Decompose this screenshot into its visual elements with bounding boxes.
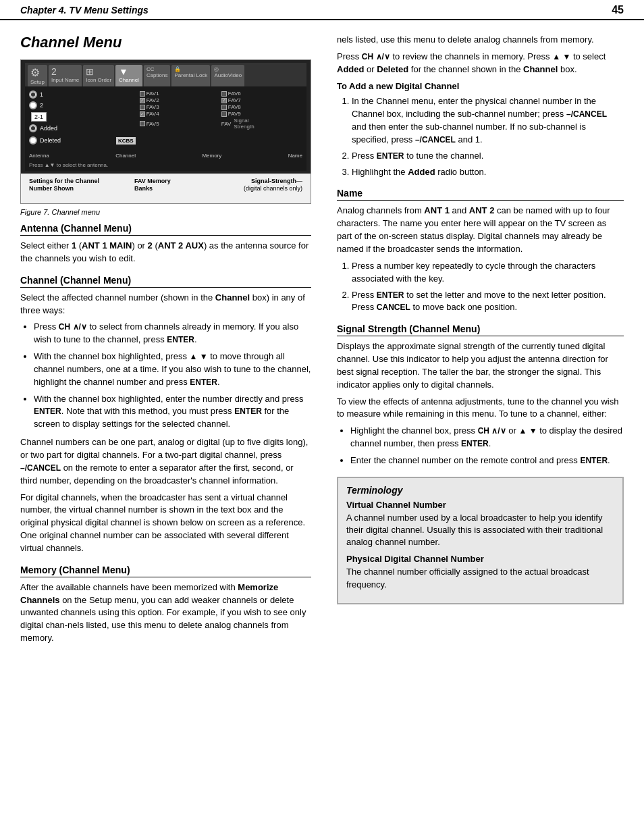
page-container: Chapter 4. TV Menu Settings 45 Channel M… — [0, 0, 644, 834]
figure-caption: Figure 7. Channel menu — [20, 208, 311, 216]
fav7-check: ✓ — [221, 98, 227, 103]
tab-channel: ▼Channel — [115, 65, 142, 86]
fav2-item: ✓ FAV2 — [140, 97, 221, 103]
menu-bottom-labels: Antenna Channel Memory Name — [25, 151, 306, 161]
name-step-2: Press ENTER to set the letter and move t… — [352, 289, 624, 315]
term1-heading: Virtual Channel Number — [346, 500, 614, 510]
tab-parentallock: 🔒Parental Lock — [171, 65, 210, 86]
channel-bullet-3: With the channel box highlighted, enter … — [34, 393, 311, 432]
signal-bullet-1: Highlight the channel box, press CH ∧/∨ … — [350, 425, 624, 450]
chapter-title: Channel Menu — [20, 34, 311, 51]
label-settings: Settings for the Channel Number Shown — [29, 178, 99, 192]
label-channel: Channel — [115, 153, 136, 159]
memory-para-right: nels listed, use this menu to delete ana… — [337, 34, 624, 47]
fav9-check — [221, 111, 227, 117]
antenna-row1: 1 — [29, 90, 110, 99]
figure-box: ⚙Setup 2Input Name ⊞Icon Order ▼Channel — [20, 59, 311, 204]
term2-heading: Physical Digital Channel Number — [346, 554, 614, 564]
digital-channel-steps: In the Channel menu, enter the physical … — [352, 95, 624, 178]
memory-rows: Added Deleted — [29, 124, 110, 147]
antenna-heading: Antenna (Channel Menu) — [20, 223, 311, 236]
name-step-1: Press a number key repeatedly to cycle t… — [352, 260, 624, 286]
tab-inputname: 2Input Name — [49, 65, 82, 86]
page-header: Chapter 4. TV Menu Settings 45 — [0, 0, 644, 20]
menu-main-area: 1 2 2-1 — [25, 86, 306, 151]
radio-deleted — [29, 136, 37, 145]
tab-captions: CCCaptions — [144, 65, 171, 86]
fav3-check — [140, 105, 145, 110]
bottom-label-row: Antenna Channel Memory Name — [29, 153, 302, 159]
menu-middle-panel: KCBS — [114, 90, 136, 147]
channel-bullets: Press CH ∧/∨ to select from channels alr… — [34, 321, 311, 431]
fav1-check — [140, 91, 145, 97]
channel-intro: Select the affected channel number (show… — [20, 292, 311, 317]
right-column: nels listed, use this menu to delete ana… — [330, 34, 624, 649]
digital-step-1: In the Channel menu, enter the physical … — [352, 95, 624, 146]
digital-channel-heading: To Add a new Digital Channel — [337, 80, 624, 93]
digital-step-3: Highlihght the Added radio button. — [352, 166, 624, 179]
radio-added — [29, 124, 37, 132]
channel-heading: Channel (Channel Menu) — [20, 275, 311, 288]
fav-grid: FAV1 FAV6 ✓ FAV2 — [140, 90, 302, 130]
memory-deleted: Deleted — [29, 136, 110, 145]
menu-left-panel: 1 2 2-1 — [29, 90, 110, 147]
fav5-item: FAV5 — [140, 118, 221, 130]
kcbs-badge: KCBS — [116, 137, 136, 145]
channel-box-row: 2-1 — [29, 112, 110, 122]
label-name: Name — [288, 153, 302, 159]
fav8-check — [221, 105, 227, 110]
signal-para2: To view the effects of antenna adjustmen… — [337, 396, 624, 421]
antenna-row2: 2 — [29, 101, 110, 109]
fav-item: FAV SignalStrength — [221, 118, 302, 130]
digital-step-2: Press ENTER to tune the channel. — [352, 150, 624, 163]
signal-em-dash: — — [296, 178, 302, 184]
fav8-item: FAV8 — [221, 104, 302, 110]
content-area: Channel Menu ⚙Setup 2Input Name ⊞Icon Or… — [0, 20, 644, 662]
figure-inner: ⚙Setup 2Input Name ⊞Icon Order ▼Channel — [21, 60, 311, 174]
tab-audiovideo: ◎AudioVideo — [211, 65, 244, 86]
channel-para2: For digital channels, when the broadcast… — [20, 492, 311, 555]
signal-bullet-2: Enter the channel number on the remote c… — [350, 454, 624, 467]
signal-para1: Displays the approximate signal strength… — [337, 340, 624, 391]
signal-bullets: Highlight the channel box, press CH ∧/∨ … — [350, 425, 624, 467]
fav4-check: ✓ — [140, 111, 145, 117]
fav4-item: ✓ FAV4 — [140, 111, 221, 117]
memory-ch-review: Press CH ∧/∨ to review the channels in m… — [337, 51, 624, 76]
name-para: Analog channels from ANT 1 and ANT 2 can… — [337, 205, 624, 255]
fav6-item: FAV6 — [221, 90, 302, 97]
channel-bullet-2: With the channel box highlighted, press … — [34, 350, 311, 389]
term2-body: The channel number officially assigned t… — [346, 566, 614, 590]
fav6-check — [221, 91, 227, 97]
channel-bullet-1: Press CH ∧/∨ to select from channels alr… — [34, 321, 311, 346]
term1-body: A channel number used by a local broadca… — [346, 512, 614, 549]
antenna-para: Select either 1 (ANT 1 MAIN) or 2 (ANT 2… — [20, 240, 311, 265]
name-steps: Press a number key repeatedly to cycle t… — [352, 260, 624, 314]
header-title: Chapter 4. TV Menu Settings — [20, 5, 149, 16]
memory-para1: After the available channels have been m… — [20, 581, 311, 645]
left-column: Channel Menu ⚙Setup 2Input Name ⊞Icon Or… — [20, 34, 330, 649]
memory-heading: Memory (Channel Menu) — [20, 565, 311, 577]
terminology-box: Terminology Virtual Channel Number A cha… — [337, 477, 624, 604]
name-heading: Name — [337, 188, 624, 201]
fav5-check — [140, 121, 145, 126]
fav2-check: ✓ — [140, 98, 145, 103]
menu-tabs: ⚙Setup 2Input Name ⊞Icon Order ▼Channel — [25, 63, 306, 86]
terminology-title: Terminology — [346, 485, 614, 496]
page-number: 45 — [612, 4, 624, 16]
fav7-item: ✓ FAV7 — [221, 97, 302, 103]
radio-ant1 — [29, 90, 37, 99]
label-fav-memory: FAV Memory Banks — [134, 178, 171, 192]
fav9-item: FAV9 — [221, 111, 302, 117]
fav-panel: FAV1 FAV6 ✓ FAV2 — [140, 90, 302, 147]
channel-value: 2-1 — [31, 112, 47, 122]
label-signal-strength: Signal-Strength— (digital channels only) — [244, 178, 302, 192]
tab-setup: ⚙Setup — [28, 65, 47, 86]
signal-heading: Signal Strength (Channel Menu) — [337, 323, 624, 336]
memory-added: Added — [29, 124, 110, 132]
tab-iconorder: ⊞Icon Order — [83, 65, 114, 86]
radio-ant2 — [29, 101, 37, 109]
label-memory: Memory — [202, 153, 221, 159]
channel-para1: Channel numbers can be one part, analog … — [20, 436, 311, 487]
fav3-item: FAV3 — [140, 104, 221, 110]
press-line: Press ▲▼ to select the antenna. — [25, 161, 306, 171]
